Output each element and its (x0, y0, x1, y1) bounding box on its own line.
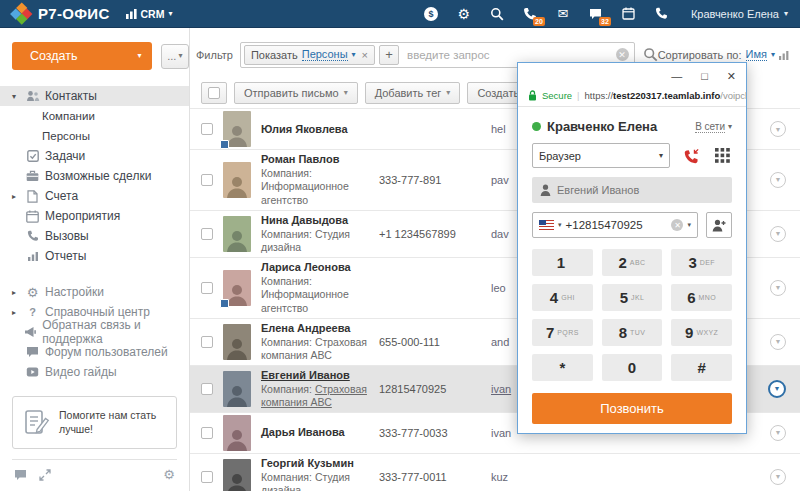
sidebar-item-reports[interactable]: Отчеты (0, 246, 189, 266)
sidebar-item-companies[interactable]: Компании (0, 106, 189, 126)
sort-value[interactable]: Имя (746, 48, 767, 61)
filter-chip-value[interactable]: Персоны (302, 48, 348, 61)
row-checkbox[interactable] (201, 123, 213, 135)
row-actions-button[interactable]: ▼ (768, 380, 786, 398)
row-checkbox[interactable] (201, 427, 213, 439)
row-actions-button[interactable]: ▼ (770, 334, 786, 350)
select-all-checkbox[interactable] (208, 87, 220, 99)
chevron-down-icon: ▾ (178, 52, 182, 60)
flag-us-icon[interactable] (539, 220, 554, 230)
device-select[interactable]: Браузер ▾ (532, 143, 670, 168)
clear-filter-icon[interactable]: ✕ (616, 48, 629, 61)
row-actions-button[interactable]: ▼ (770, 280, 786, 296)
dialpad-key-3[interactable]: 3DEF (671, 249, 732, 276)
select-all-button[interactable] (201, 82, 227, 104)
dialpad-key-4[interactable]: 4GHI (532, 284, 593, 311)
calendar-icon (24, 210, 41, 223)
dialpad-key-hash[interactable]: # (671, 354, 732, 381)
row-checkbox[interactable] (201, 282, 213, 294)
phone-icon[interactable] (654, 6, 670, 22)
row-checkbox[interactable] (201, 174, 213, 186)
avatar (223, 216, 251, 252)
call-button[interactable]: Позвонить (532, 393, 732, 424)
dialpad-key-1[interactable]: 1 (532, 249, 593, 276)
phone-number-input[interactable]: ▾ +12815470925 ✕ ▾ (532, 212, 698, 238)
maximize-icon[interactable]: □ (701, 71, 708, 82)
sidebar-item-tasks[interactable]: Задачи (0, 146, 189, 166)
contact-row[interactable]: Георгий Кузьмин Компания: Студия дизайна… (190, 453, 800, 491)
call-red-icon[interactable] (678, 143, 704, 168)
dialpad-key-9[interactable]: 9WXYZ (671, 319, 732, 346)
sidebar-item-calls[interactable]: Вызовы (0, 226, 189, 246)
filter-chip[interactable]: Показать Персоны ▾ × (244, 45, 375, 65)
add-contact-button[interactable] (706, 212, 732, 238)
product-switcher[interactable]: CRM ▾ (126, 8, 173, 20)
chevron-down-icon: ▾ (771, 51, 775, 59)
dialpad-key-7[interactable]: 7PQRS (532, 319, 593, 346)
more-actions-button[interactable]: ... ▾ (161, 44, 189, 69)
user-menu[interactable]: Кравченко Елена ▾ (691, 8, 788, 20)
add-tag-button[interactable]: Добавить тег▾ (365, 82, 461, 104)
sidebar-item-invoices[interactable]: ▸ Счета (0, 186, 189, 206)
sidebar-item-forum[interactable]: Форум пользователей (0, 342, 189, 362)
row-checkbox[interactable] (201, 228, 213, 240)
avatar (223, 459, 251, 491)
callee-search-input[interactable]: Евгений Иванов (532, 177, 732, 203)
support-chat-icon[interactable] (14, 469, 27, 481)
avatar (223, 111, 251, 147)
chevron-down-icon: ▾ (558, 221, 562, 229)
dialpad-key-0[interactable]: 0 (602, 354, 663, 381)
sidebar-item-settings[interactable]: ▸ ⚙ Настройки (0, 282, 189, 302)
dialpad-key-2[interactable]: 2ABC (602, 249, 663, 276)
page-url: https://test220317.teamlab.info/voipclie… (585, 90, 746, 101)
send-letter-button[interactable]: Отправить письмо▾ (234, 82, 358, 104)
dialpad-key-5[interactable]: 5JKL (602, 284, 663, 311)
sidebar-item-video-guides[interactable]: Видео гайды (0, 362, 189, 382)
dialpad-key-star[interactable]: * (532, 354, 593, 381)
create-button[interactable]: Создать ▾ (12, 42, 152, 70)
row-checkbox[interactable] (201, 383, 213, 395)
add-filter-button[interactable]: + (379, 45, 399, 65)
calendar-icon[interactable] (621, 6, 637, 22)
dialpad-grid-icon[interactable] (712, 146, 732, 166)
row-actions-button[interactable]: ▼ (770, 425, 786, 441)
row-actions-button[interactable]: ▼ (770, 121, 786, 137)
avatar-social-badge (220, 140, 229, 149)
search-icon[interactable] (643, 47, 658, 62)
dialpad-key-6[interactable]: 6MNO (671, 284, 732, 311)
address-bar[interactable]: Secure | https://test220317.teamlab.info… (518, 85, 746, 107)
close-icon[interactable]: ✕ (727, 71, 736, 82)
calls-badge: 20 (533, 17, 545, 26)
status-selector[interactable]: В сети ▾ (695, 121, 732, 133)
chevron-down-icon: ▾ (352, 51, 356, 59)
feedback-promo-card[interactable]: Помогите нам стать лучше! (12, 396, 177, 449)
sidebar-item-events[interactable]: Мероприятия (0, 206, 189, 226)
mail-icon[interactable]: ✉ (555, 6, 571, 22)
crm-chart-icon (126, 9, 137, 19)
row-checkbox[interactable] (201, 471, 213, 483)
app-logo[interactable]: Р7-ОФИС (12, 4, 110, 23)
minimize-icon[interactable]: — (671, 71, 682, 82)
sort-control[interactable]: Сортировать по: Имя ▾ (658, 48, 790, 61)
gear-icon[interactable]: ⚙ (163, 468, 175, 481)
voip-calls-icon[interactable]: 20 (522, 6, 538, 22)
search-icon[interactable] (489, 6, 505, 22)
remove-filter-icon[interactable]: × (362, 49, 368, 61)
gear-icon: ⚙ (24, 286, 41, 299)
row-actions-button[interactable]: ▼ (770, 172, 786, 188)
dialpad-key-8[interactable]: 8TUV (602, 319, 663, 346)
sidebar-item-contacts[interactable]: ▾ Контакты (0, 86, 189, 106)
row-actions-button[interactable]: ▼ (770, 469, 786, 485)
chat-icon[interactable]: 32 (588, 6, 604, 22)
sidebar-item-persons[interactable]: Персоны (0, 126, 189, 146)
gear-icon[interactable]: ⚙ (456, 6, 472, 22)
expand-icon[interactable] (39, 469, 51, 481)
sidebar-item-deals[interactable]: Возможные сделки (0, 166, 189, 186)
row-checkbox[interactable] (201, 336, 213, 348)
clear-number-icon[interactable]: ✕ (671, 219, 683, 231)
sort-order-icon[interactable] (779, 49, 790, 60)
payments-icon[interactable]: $ (423, 6, 439, 22)
video-icon (24, 366, 41, 378)
row-actions-button[interactable]: ▼ (770, 226, 786, 242)
sidebar-item-feedback[interactable]: Обратная связь и поддержка (0, 322, 189, 342)
